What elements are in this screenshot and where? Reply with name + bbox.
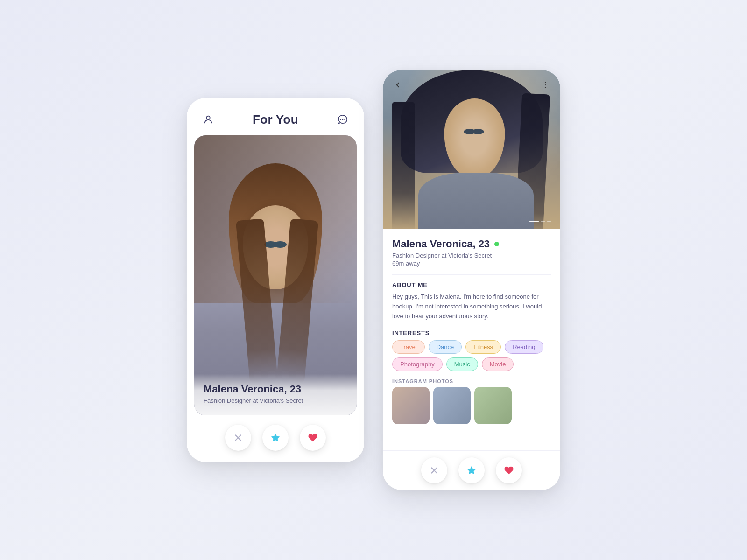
svg-point-1: [340, 119, 341, 120]
action-buttons: [187, 415, 364, 462]
right-super-like-button[interactable]: [458, 457, 485, 483]
insta-photo-2[interactable]: [433, 387, 471, 424]
r-eye-right: [472, 129, 484, 134]
photo-pagination: [529, 221, 551, 222]
dot-2: [541, 221, 545, 222]
card-job: Fashion Designer at Victoria's Secret: [204, 397, 347, 404]
dot-1: [529, 221, 539, 222]
profile-card[interactable]: Malena Veronica, 23 Fashion Designer at …: [194, 135, 357, 415]
interest-dance[interactable]: Dance: [429, 340, 462, 354]
profile-content: Malena Veronica, 23 Fashion Designer at …: [383, 229, 560, 450]
online-indicator: [494, 242, 499, 246]
svg-point-0: [206, 116, 210, 119]
right-phone: Malena Veronica, 23 Fashion Designer at …: [383, 70, 560, 490]
left-phone: For You Malena Veronica, 23 Fashion Desi…: [187, 98, 364, 462]
right-eye: [274, 241, 287, 248]
super-like-button[interactable]: [262, 425, 289, 451]
right-pass-button[interactable]: [421, 457, 447, 483]
interest-fitness[interactable]: Fitness: [465, 340, 501, 354]
photo-nav-overlay: [383, 77, 560, 92]
more-options-button[interactable]: [538, 77, 553, 92]
about-me-text: Hey guys, This is Malena. I'm here to fi…: [392, 292, 551, 321]
header: For You: [187, 98, 364, 135]
instagram-photos: [392, 387, 551, 424]
card-info-overlay: Malena Veronica, 23 Fashion Designer at …: [194, 374, 357, 415]
dark-hair-side-left: [392, 102, 415, 229]
profile-icon[interactable]: [200, 111, 217, 128]
svg-marker-6: [271, 434, 280, 441]
about-me-title: ABOUT ME: [392, 281, 551, 288]
right-action-buttons: [383, 450, 560, 490]
profile-photo: [383, 70, 560, 229]
svg-point-3: [344, 119, 345, 120]
instagram-label: INSTAGRAM PHOTOS: [392, 378, 551, 384]
profile-name-row: Malena Veronica, 23: [392, 238, 551, 250]
page-title: For You: [253, 112, 298, 127]
back-button[interactable]: [390, 77, 405, 92]
card-name: Malena Veronica, 23: [204, 383, 347, 395]
interest-photography[interactable]: Photography: [392, 357, 443, 371]
insta-photo-3[interactable]: [474, 387, 512, 424]
chat-icon[interactable]: [334, 111, 351, 128]
interests-title: INTERESTS: [392, 329, 551, 336]
interest-travel[interactable]: Travel: [392, 340, 425, 354]
interest-movie[interactable]: Movie: [482, 357, 514, 371]
profile-distance: 69m away: [392, 260, 551, 267]
svg-point-9: [545, 87, 546, 88]
interest-reading[interactable]: Reading: [505, 340, 543, 354]
pass-button[interactable]: [225, 425, 251, 451]
right-like-button[interactable]: [496, 457, 522, 483]
svg-point-8: [545, 84, 546, 85]
svg-marker-12: [467, 466, 476, 474]
insta-photo-1[interactable]: [392, 387, 430, 424]
svg-point-7: [545, 82, 546, 83]
divider-1: [392, 274, 551, 275]
interests-grid: Travel Dance Fitness Reading Photography…: [392, 340, 551, 371]
profile-photo-illustration: [383, 70, 560, 229]
interest-music[interactable]: Music: [446, 357, 478, 371]
svg-point-2: [342, 119, 344, 120]
dot-3: [547, 221, 551, 222]
profile-name: Malena Veronica, 23: [392, 238, 490, 250]
sweater-illustration: [418, 173, 534, 229]
right-face: [444, 98, 505, 178]
profile-job: Fashion Designer at Victoria's Secret: [392, 252, 551, 259]
card-photo: [194, 135, 357, 415]
like-button[interactable]: [300, 425, 326, 451]
